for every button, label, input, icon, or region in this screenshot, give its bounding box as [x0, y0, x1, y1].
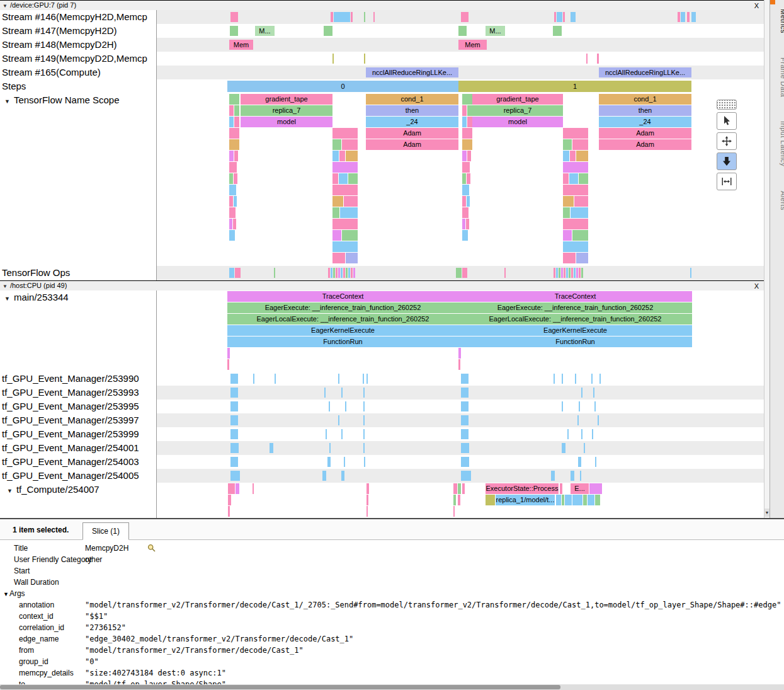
trace-slice[interactable] [575, 374, 576, 384]
trace-slice[interactable] [461, 415, 469, 425]
trace-slice[interactable] [275, 374, 276, 384]
trace-slice[interactable]: _24 [366, 117, 458, 127]
trace-slice[interactable] [253, 374, 254, 384]
trace-slice[interactable] [591, 374, 593, 384]
trace-slice[interactable] [458, 495, 460, 505]
trace-slice[interactable] [348, 268, 350, 278]
trace-slice[interactable] [363, 415, 365, 425]
trace-slice[interactable] [572, 495, 582, 505]
trace-slice[interactable] [462, 94, 472, 105]
trace-slice[interactable] [563, 173, 569, 184]
trace-slice[interactable] [344, 457, 345, 467]
trace-slice[interactable] [687, 12, 690, 22]
collapse-arrow-icon[interactable]: ▼ [4, 98, 10, 105]
collapse-arrow-icon[interactable]: ▼ [4, 296, 10, 302]
trace-slice[interactable] [559, 268, 560, 278]
trace-slice[interactable] [551, 471, 555, 481]
trace-slice[interactable] [461, 12, 469, 22]
collapse-arrow-icon[interactable]: ▼ [3, 3, 8, 9]
trace-slice[interactable] [462, 139, 472, 150]
select-tool-icon[interactable] [717, 112, 737, 130]
trace-slice[interactable] [563, 162, 588, 173]
trace-slice[interactable] [230, 415, 238, 425]
trace-slice[interactable] [462, 196, 466, 207]
trace-slice[interactable] [339, 151, 345, 161]
trace-slice[interactable] [453, 506, 455, 517]
trace-slice[interactable] [338, 374, 339, 384]
trace-slice[interactable] [328, 268, 330, 278]
trace-slice[interactable] [564, 268, 565, 278]
trace-slice[interactable]: E... [571, 483, 589, 494]
trace-slice[interactable] [563, 185, 588, 195]
side-tab-input-latency[interactable]: Input Latency [770, 121, 784, 167]
trace-slice[interactable]: FunctionRun [227, 336, 458, 347]
trace-slice[interactable] [332, 139, 341, 150]
trace-slice[interactable] [595, 495, 600, 505]
trace-slice[interactable] [332, 230, 341, 241]
trace-slice[interactable] [554, 268, 555, 278]
trace-slice[interactable] [462, 151, 467, 161]
trace-slice[interactable] [234, 173, 237, 184]
trace-slice[interactable] [234, 196, 237, 207]
trace-slice[interactable] [342, 139, 358, 150]
trace-slice[interactable]: 0 [227, 81, 458, 92]
trace-slice[interactable] [467, 196, 470, 207]
trace-slice[interactable] [229, 151, 234, 161]
trace-slice[interactable] [458, 348, 461, 359]
trace-slice[interactable] [366, 374, 368, 384]
trace-slice[interactable] [332, 185, 358, 195]
trace-slice[interactable]: Mem [458, 40, 487, 50]
trace-slice[interactable] [462, 105, 467, 116]
trace-slice[interactable] [563, 12, 565, 22]
trace-slice[interactable] [329, 443, 331, 453]
trace-slice[interactable] [576, 268, 578, 278]
trace-slice[interactable] [458, 483, 461, 494]
trace-slice[interactable] [563, 151, 569, 161]
trace-slice[interactable] [234, 117, 239, 127]
trace-slice[interactable] [462, 219, 465, 229]
trace-slice[interactable] [341, 388, 343, 398]
trace-slice[interactable]: ExecutorState::Process [486, 483, 559, 494]
trace-slice[interactable] [339, 173, 348, 184]
trace-slice[interactable] [461, 471, 471, 481]
trace-slice[interactable] [462, 117, 467, 127]
trace-slice[interactable] [322, 471, 326, 481]
trace-slice[interactable] [580, 471, 581, 481]
trace-slice[interactable] [332, 207, 339, 218]
trace-slice[interactable]: ncclAllReduceRingLLKe... [366, 67, 458, 78]
trace-slice[interactable] [462, 185, 469, 195]
trace-slice[interactable] [332, 196, 343, 207]
trace-slice[interactable] [227, 359, 229, 370]
trace-slice[interactable] [230, 429, 238, 439]
trace-slice[interactable] [230, 401, 238, 411]
trace-slice[interactable]: EagerKernelExecute [227, 325, 458, 336]
trace-slice[interactable] [229, 94, 239, 105]
trace-slice[interactable] [595, 457, 596, 467]
trace-slice[interactable] [563, 219, 588, 229]
trace-slice[interactable] [343, 268, 345, 278]
trace-slice[interactable] [578, 457, 581, 467]
grip-handle[interactable] [717, 100, 737, 110]
trace-slice[interactable] [556, 495, 561, 505]
trace-slice[interactable] [228, 483, 235, 494]
timing-tool-icon[interactable] [717, 173, 737, 190]
trace-slice[interactable] [270, 443, 273, 453]
trace-slice[interactable] [341, 471, 344, 481]
trace-slice[interactable] [345, 401, 346, 411]
trace-slice[interactable] [691, 12, 696, 22]
search-icon[interactable] [128, 543, 156, 554]
trace-slice[interactable] [332, 219, 358, 229]
trace-slice[interactable]: model [472, 117, 563, 127]
trace-slice[interactable] [569, 173, 578, 184]
trace-slice[interactable] [467, 117, 472, 127]
trace-slice[interactable] [230, 374, 238, 384]
trace-slice[interactable] [571, 471, 574, 481]
trace-slice[interactable] [563, 128, 588, 139]
slice-tab[interactable]: Slice (1) [82, 522, 129, 540]
trace-slice[interactable] [554, 374, 555, 384]
trace-slice[interactable] [572, 139, 588, 150]
trace-slice[interactable] [467, 105, 472, 116]
trace-slice[interactable] [560, 483, 562, 494]
trace-slice[interactable] [346, 253, 358, 263]
trace-slice[interactable] [588, 495, 594, 505]
